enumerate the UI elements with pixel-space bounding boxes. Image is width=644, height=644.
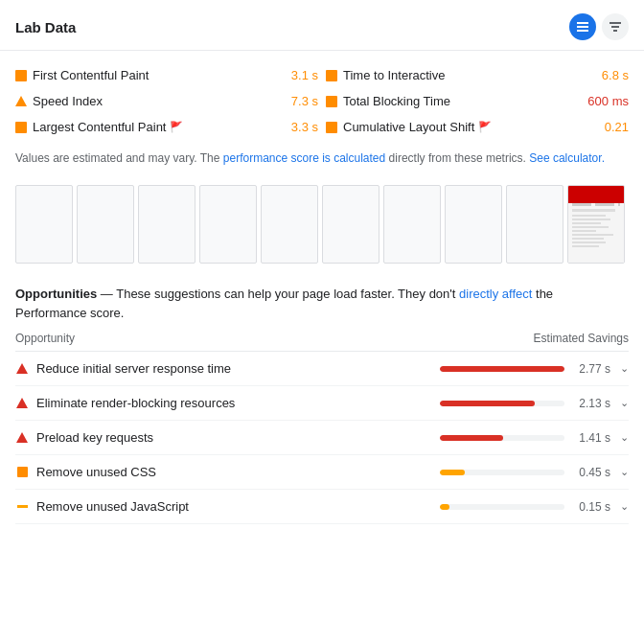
opp-bar [440, 470, 465, 475]
svg-rect-0 [577, 22, 588, 24]
opp-name-label: Eliminate render-blocking resources [36, 396, 410, 410]
metrics-right-col: Time to Interactive 6.8 s Total Blocking… [326, 62, 629, 140]
lcp-value: 3.3 s [291, 120, 318, 134]
opportunities-section: Opportunities — These suggestions can he… [0, 277, 644, 528]
fcp-label: First Contentful Paint [33, 68, 286, 82]
metrics-grid: First Contentful Paint 3.1 s Speed Index… [15, 62, 629, 140]
filmstrip-frame-1 [15, 185, 73, 264]
filmstrip-frame-7 [383, 185, 441, 264]
metric-cls: Cumulative Layout Shift 🚩 0.21 [326, 114, 629, 140]
opp-red-tri-icon [16, 363, 28, 374]
opp-bar [440, 401, 535, 406]
metric-fcp: First Contentful Paint 3.1 s [15, 62, 318, 88]
opp-value-label: 2.77 s [572, 362, 610, 376]
opp-bar-container [440, 470, 564, 475]
opp-bar [440, 366, 564, 372]
opp-bar-area: 2.77 s ⌄ [418, 362, 629, 376]
chevron-down-icon: ⌄ [620, 397, 629, 409]
lab-data-header: Lab Data [0, 0, 644, 51]
svg-rect-2 [577, 30, 588, 32]
opp-icon-wrapper [15, 398, 29, 408]
chevron-down-icon: ⌄ [620, 431, 629, 444]
opp-list: Reduce initial server response time 2.77… [15, 352, 629, 524]
tti-value: 6.8 s [602, 68, 629, 82]
opp-orange-sq-icon [17, 467, 28, 477]
opp-red-tri-icon [16, 432, 28, 443]
chevron-down-icon: ⌄ [620, 500, 629, 513]
cls-flag: 🚩 [478, 121, 492, 133]
opp-bar-container [440, 366, 564, 372]
filmstrip [0, 177, 644, 277]
opp-item-2[interactable]: Preload key requests 1.41 s ⌄ [15, 421, 629, 455]
opp-icon-wrapper [15, 363, 29, 374]
tbt-value: 600 ms [587, 94, 629, 108]
performance-score-link[interactable]: performance score is calculated [223, 151, 385, 165]
svg-rect-1 [577, 26, 588, 28]
page-title: Lab Data [15, 19, 76, 35]
opp-icon-wrapper [15, 432, 29, 443]
opp-table-header: Opportunity Estimated Savings [15, 328, 629, 352]
opp-bar [440, 504, 449, 510]
opp-icon-wrapper [15, 467, 29, 477]
opp-bar-area: 0.45 s ⌄ [418, 466, 629, 479]
filter-icon [609, 20, 622, 34]
opp-name-label: Reduce initial server response time [36, 361, 410, 376]
filmstrip-frame-8 [445, 185, 502, 264]
opp-bar-area: 2.13 s ⌄ [418, 397, 629, 410]
filter-view-button[interactable] [602, 13, 629, 40]
opp-red-tri-icon [16, 398, 28, 408]
opp-bar [440, 435, 503, 441]
filmstrip-frame-4 [199, 185, 257, 264]
opp-icon-wrapper [15, 505, 29, 508]
list-icon [576, 20, 589, 34]
metric-si: Speed Index 7.3 s [15, 88, 318, 114]
opp-bar-area: 1.41 s ⌄ [418, 431, 629, 445]
opp-item-3[interactable]: Remove unused CSS 0.45 s ⌄ [15, 455, 629, 490]
metric-tti: Time to Interactive 6.8 s [326, 62, 629, 88]
opp-value-label: 0.15 s [572, 500, 610, 514]
filmstrip-frame-6 [322, 185, 380, 264]
svg-rect-4 [611, 26, 619, 28]
metric-tbt: Total Blocking Time 600 ms [326, 88, 629, 114]
filmstrip-frame-3 [138, 185, 196, 264]
lcp-flag: 🚩 [170, 121, 183, 133]
notes-text-before: Values are estimated and may vary. The [15, 151, 223, 165]
lcp-icon [15, 122, 27, 133]
notes-text-middle: directly from these metrics. [389, 151, 530, 165]
opp-value-label: 2.13 s [572, 397, 610, 410]
tti-icon [326, 70, 337, 81]
header-icon-group [569, 13, 629, 40]
directly-affect-link[interactable]: directly affect [459, 287, 532, 301]
see-calculator-link[interactable]: See calculator. [529, 151, 605, 165]
opp-bar-container [440, 435, 564, 441]
cls-value: 0.21 [605, 120, 629, 134]
cls-label: Cumulative Layout Shift 🚩 [343, 120, 599, 134]
opp-yellow-sq-icon [17, 505, 28, 508]
opp-header-bold: Opportunities [15, 287, 97, 301]
chevron-down-icon: ⌄ [620, 466, 629, 478]
metrics-section: First Contentful Paint 3.1 s Speed Index… [0, 51, 644, 144]
opp-item-4[interactable]: Remove unused JavaScript 0.15 s ⌄ [15, 490, 629, 524]
opp-bar-container [440, 504, 564, 510]
metric-lcp: Largest Contentful Paint 🚩 3.3 s [15, 114, 318, 140]
tbt-icon [326, 96, 337, 107]
filmstrip-frame-5 [261, 185, 318, 264]
opp-name-label: Preload key requests [36, 430, 410, 445]
opp-item-0[interactable]: Reduce initial server response time 2.77… [15, 352, 629, 386]
filmstrip-frame-last [567, 185, 625, 264]
metrics-left-col: First Contentful Paint 3.1 s Speed Index… [15, 62, 318, 140]
col-opportunity-label: Opportunity [15, 332, 75, 345]
opp-item-1[interactable]: Eliminate render-blocking resources 2.13… [15, 386, 629, 421]
opp-name-label: Remove unused JavaScript [36, 499, 410, 514]
list-view-button[interactable] [569, 13, 596, 40]
tti-label: Time to Interactive [343, 68, 596, 82]
opp-header-text: Opportunities — These suggestions can he… [15, 285, 629, 322]
svg-rect-5 [613, 30, 617, 32]
svg-rect-3 [610, 22, 621, 24]
opp-header-desc: — These suggestions can help your page l… [101, 287, 459, 301]
col-savings-label: Estimated Savings [534, 332, 629, 345]
chevron-down-icon: ⌄ [620, 362, 629, 375]
opp-header-desc2: the [536, 287, 553, 301]
si-value: 7.3 s [291, 94, 318, 108]
opp-bar-container [440, 401, 564, 406]
